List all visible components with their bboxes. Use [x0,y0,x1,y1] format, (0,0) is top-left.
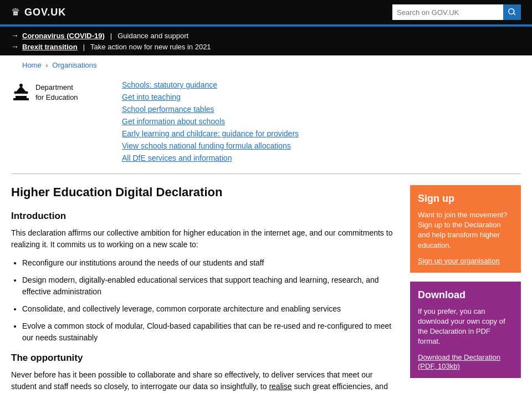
realise-text: realise [269,382,291,391]
breadcrumb: Home › Organisations [11,55,521,75]
bullet-3: Evolve a common stock of modular, Cloud-… [22,320,393,344]
crown-icon: ♛ [11,6,20,18]
opportunity-body: Never before has it been possible to col… [11,369,393,393]
svg-rect-0 [13,98,29,100]
signup-body: Want to join the movement? Sign up to th… [418,210,513,251]
signup-card: Sign up Want to join the movement? Sign … [410,185,521,273]
org-name: Department for Education [35,83,78,103]
org-link-6[interactable]: All DfE services and information [122,154,299,162]
org-link-3[interactable]: Get information about schools [122,117,299,126]
announcement-item-brexit: → Brexit transition | Take action now fo… [11,42,521,51]
arrow-icon: → [11,31,19,40]
signup-link[interactable]: Sign up your organisation [418,257,499,265]
breadcrumb-home[interactable]: Home [22,61,42,69]
main-content: Higher Education Digital Declaration Int… [11,185,393,393]
search-form [392,4,521,20]
covid-text: Guidance and support [117,32,188,40]
separator-2: | [83,43,85,51]
intro-heading: Introduction [11,211,393,222]
logo-container: ♛ GOV.UK [11,6,66,18]
org-crest-icon [11,83,31,106]
download-link[interactable]: Download the Declaration (PDF, 103kb) [418,353,500,370]
svg-point-3 [19,84,23,87]
org-logo: Department for Education [11,80,122,162]
opportunity-heading: The opportunity [11,353,393,364]
download-body: If you prefer, you can download your own… [418,307,513,347]
gov-uk-logo-text: GOV.UK [24,7,66,18]
breadcrumb-separator: › [45,61,48,69]
org-link-1[interactable]: Get into teaching [122,93,299,101]
bullet-0: Reconfigure our institutions around the … [22,257,393,269]
org-links: Schools: statutory guidance Get into tea… [122,80,299,162]
download-title: Download [418,289,513,301]
site-header: ♛ GOV.UK [0,0,532,24]
org-link-2[interactable]: School performance tables [122,105,299,114]
main-container: Home › Organisations Department for Educ… [0,55,532,393]
intro-bullets: Reconfigure our institutions around the … [22,257,393,344]
org-section: Department for Education Schools: statut… [11,75,521,174]
download-card: Download If you prefer, you can download… [410,282,521,378]
covid-link[interactable]: Coronavirus (COVID-19) [22,32,105,40]
intro-body: This declaration affirms our collective … [11,227,393,251]
org-link-0[interactable]: Schools: statutory guidance [122,80,299,89]
search-icon [508,8,516,16]
content-area: Higher Education Digital Declaration Int… [11,174,521,393]
page-title: Higher Education Digital Declaration [11,185,393,200]
search-input[interactable] [392,4,503,20]
separator: | [110,32,112,40]
org-link-5[interactable]: View schools national funding formula al… [122,141,299,150]
crest-svg [11,83,31,103]
signup-title: Sign up [418,193,513,205]
org-name-line1: Department [35,83,78,93]
sidebar: Sign up Want to join the movement? Sign … [410,185,521,393]
bullet-1: Design modern, digitally-enabled educati… [22,274,393,298]
brexit-link[interactable]: Brexit transition [22,43,78,51]
search-button[interactable] [503,4,521,20]
announcement-bar: → Coronavirus (COVID-19) | Guidance and … [0,27,532,55]
arrow-icon-2: → [11,42,19,51]
org-name-line2: for Education [35,93,78,103]
announcement-item-covid: → Coronavirus (COVID-19) | Guidance and … [11,31,521,40]
svg-point-5 [25,91,28,94]
svg-point-4 [14,91,17,94]
breadcrumb-organisations[interactable]: Organisations [52,61,96,69]
bullet-2: Consolidate, and collectively leverage, … [22,303,393,315]
brexit-text: Take action now for new rules in 2021 [90,43,211,51]
org-link-4[interactable]: Early learning and childcare: guidance f… [122,129,299,138]
svg-rect-1 [16,96,27,98]
